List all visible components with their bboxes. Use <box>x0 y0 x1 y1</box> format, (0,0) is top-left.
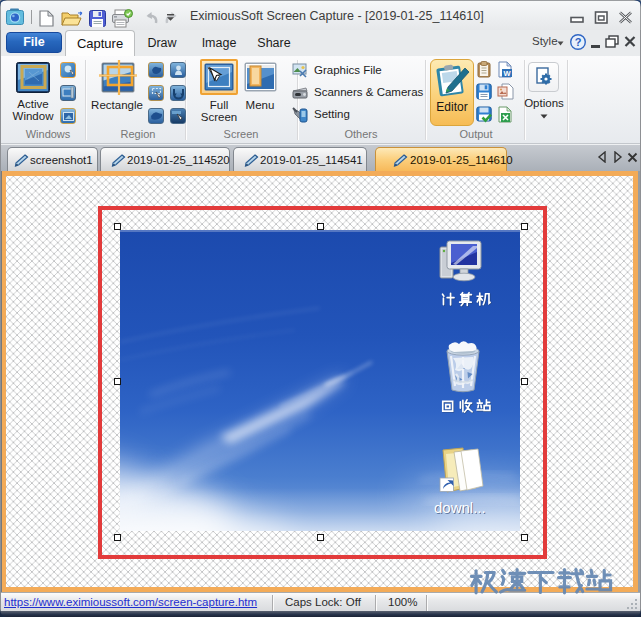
svg-text:downl...: downl... <box>434 499 486 516</box>
svg-text:?: ? <box>575 36 582 48</box>
svg-text:W: W <box>503 69 511 78</box>
